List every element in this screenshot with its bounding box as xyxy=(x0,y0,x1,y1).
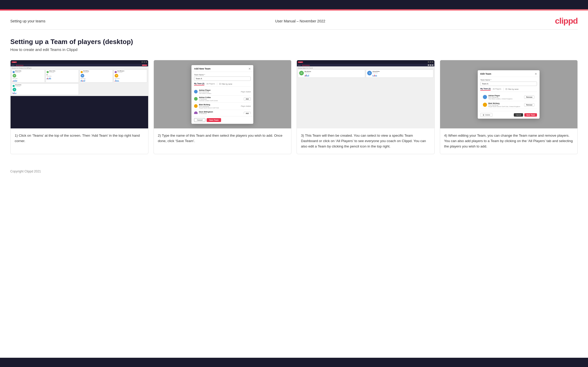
edit-player-sub2-1: The Shire London, United Kingdom xyxy=(488,98,524,100)
sc1-score-label-4: Player Quality xyxy=(115,78,146,79)
modal2-player-info-2: Adrian Coliba 1 Handicap Central London … xyxy=(199,97,243,101)
trash-icon: 🗑 xyxy=(483,114,484,116)
edit-cancel-button[interactable]: Cancel xyxy=(514,113,523,117)
modal2-header: Add New Team ✕ xyxy=(191,65,253,72)
modal2-player-name-2: Adrian Coliba xyxy=(199,97,243,98)
edit-remove-btn-1[interactable]: Remove xyxy=(524,95,534,99)
page-content: Setting up a Team of players (desktop) H… xyxy=(0,30,588,168)
modal2-cancel-button[interactable]: Cancel xyxy=(194,118,205,122)
modal2-player-sub2-3: Royal North Devon Golf Club xyxy=(199,107,241,109)
sc1-score-label-2: Player Quality xyxy=(47,76,78,77)
sc1-score-5: 72 xyxy=(13,88,16,91)
card-2-screenshot: Add New Team ✕ Team Name * Team A My Tea… xyxy=(154,60,291,128)
edit-tab-myteam[interactable]: My Team (2) xyxy=(480,88,491,91)
edit-player-name-2: Blair McHarg xyxy=(488,102,524,104)
card-2: Add New Team ✕ Team Name * Team A My Tea… xyxy=(154,60,292,154)
sc1-player-name-2: Adrian Collins xyxy=(49,71,55,72)
modal2-avatar-3 xyxy=(194,104,198,108)
sc3-player-info-1: Blair McHarg Plus Handicap xyxy=(305,71,364,76)
edit-player-sub2-2: Royal North Devon Golf Club, United King… xyxy=(488,106,524,107)
modal2-player-row-2: Adrian Coliba 1 Handicap Central London … xyxy=(194,95,251,103)
modal2-player-name-3: Blair McHarg xyxy=(199,104,241,106)
modal2-tab-allplayers[interactable]: All Players xyxy=(206,83,215,85)
sc1-players-grid: Adrian Collins Plus Handicap 84 Player Q… xyxy=(12,69,147,83)
edit-avatar-2 xyxy=(483,103,487,107)
modal2-footer: Cancel Save Team xyxy=(191,116,253,124)
sc1-nav: Home My Performance Add Team xyxy=(11,64,148,66)
edit-modal-tabs: My Team (2) All Players Filter by name xyxy=(480,88,537,92)
edit-save-button[interactable]: Save Team xyxy=(524,113,537,117)
modal2-tab-myteam[interactable]: My Team (2) xyxy=(194,83,204,85)
sc3-filter-row: Showing 2 players from: Team A xyxy=(298,67,433,69)
card-1-text: 1) Click on ‘Teams’ at the top of the sc… xyxy=(11,128,148,154)
sc3-players-grid: 94 Blair McHarg Plus Handicap xyxy=(298,69,433,78)
edit-player-row-2: Blair McHarg Plus Handicap Royal North D… xyxy=(480,101,537,109)
sc3-bars-2 xyxy=(373,74,432,76)
modal2-action-3: Player Added xyxy=(241,105,251,107)
sc3-nav-teams: My Performance xyxy=(302,64,310,66)
edit-team-name-input[interactable]: Team A xyxy=(480,82,537,86)
bottom-bar xyxy=(0,358,588,367)
edit-remove-btn-2[interactable]: Remove xyxy=(524,103,534,107)
modal2-avatar-1 xyxy=(194,90,198,93)
edit-player-info-1: Adrian Player Plus Handicap The Shire Lo… xyxy=(488,95,524,100)
sc1-player-name-3: Blair McHarg xyxy=(83,71,89,72)
modal2-player-row-4: Dave Billingham 5 Handicap The Ding Mayi… xyxy=(194,110,251,114)
sc1-score-3: 94 xyxy=(81,74,84,77)
sc3-player-info-2: Richard Butler Plus Handicap xyxy=(373,71,432,76)
card-3: clippd Home My Performance xyxy=(297,60,435,154)
sc1-player-card-3: Blair McHarg Plus Handicap 94 Player Qua… xyxy=(80,69,113,83)
edit-tab-allplayers[interactable]: All Players xyxy=(493,88,501,90)
page-title: Setting up a Team of players (desktop) xyxy=(10,38,578,46)
modal2-team-name-input[interactable]: Team A xyxy=(194,76,251,81)
modal2-save-button[interactable]: Save Team xyxy=(207,118,221,122)
sc3-player-sub-2: Plus Handicap xyxy=(373,72,432,73)
page-subtitle: How to create and edit Teams in Clippd xyxy=(10,47,578,52)
sc1-bars-1 xyxy=(13,80,44,82)
sc3-nav: Home My Performance xyxy=(297,64,434,66)
header-left-text: Setting up your teams xyxy=(10,19,45,23)
logo: clippd xyxy=(555,16,578,26)
modal2-player-sub2-2: Central London Golf Centre xyxy=(199,100,243,101)
edit-modal-close-icon[interactable]: ✕ xyxy=(535,72,537,76)
modal2-overlay: Add New Team ✕ Team Name * Team A My Tea… xyxy=(154,60,291,128)
edit-modal-title: Edit Team xyxy=(480,73,491,75)
edit-modal-header: Edit Team ✕ xyxy=(478,70,540,77)
modal2-filter-label: Filter by name xyxy=(219,83,232,85)
modal2-player-sub-4: 5 Handicap xyxy=(199,113,243,114)
sc1-score-label-3: Player Quality xyxy=(81,78,112,79)
sc3-player-card-2: 72 Richard Butler Plus Handicap xyxy=(366,69,433,78)
modal2-player-row-3: Blair McHarg Plus Handicap Royal North D… xyxy=(194,103,251,110)
sc1-player-card-2: Adrian Collins Plus Handicap 0 Player Qu… xyxy=(46,69,79,83)
edit-player-row-1: Adrian Player Plus Handicap The Shire Lo… xyxy=(480,93,537,101)
sc3-content: Showing 2 players from: Team A 94 Blair … xyxy=(297,66,434,79)
sc1-player-sub-4: Plus Handicap xyxy=(117,72,124,73)
modal2-filter-checkbox[interactable] xyxy=(219,83,221,85)
edit-filter-label: Filter by name xyxy=(506,88,518,90)
card-3-screenshot: clippd Home My Performance xyxy=(297,60,434,128)
modal2-player-info-1: Adrian Player Plus Handicap The Shire Lo… xyxy=(199,89,241,94)
sc3-player-name-2: Richard Butler xyxy=(373,71,432,72)
edit-player-info-2: Blair McHarg Plus Handicap Royal North D… xyxy=(488,102,524,107)
edit-modal-body: Team Name * Team A My Team (2) All Playe… xyxy=(478,77,540,111)
modal2-team-name-label: Team Name * xyxy=(194,74,251,76)
sc1-add-team-btn[interactable]: Add Team xyxy=(142,65,147,66)
card-2-text: 2) Type the name of this Team and then s… xyxy=(154,128,291,154)
sc1-logo: clippd xyxy=(12,62,17,63)
card-1: clippd Home My Performance Add Team xyxy=(10,60,148,154)
modal2-add-btn-2[interactable]: Add xyxy=(244,97,251,101)
edit-filter-checkbox[interactable] xyxy=(506,88,507,90)
edit-delete-button[interactable]: 🗑 Delete xyxy=(480,113,492,117)
sc1-bars-5 xyxy=(13,92,78,94)
modal2-close-icon[interactable]: ✕ xyxy=(248,67,251,71)
modal2-avatar-2 xyxy=(194,97,198,101)
sc1-score-1: 84 xyxy=(13,74,16,77)
sc1-nav-teams: My Performance xyxy=(16,64,23,66)
footer: Copyright Clippd 2021 xyxy=(0,168,588,178)
sc1-score-text-2: 0 xyxy=(47,74,78,75)
sc3-logo: clippd xyxy=(298,62,303,63)
sc1-player-sub-3: Plus Handicap xyxy=(83,72,89,73)
sc1-score-label-1: Player Quality xyxy=(13,78,44,79)
sc1-bars-2 xyxy=(47,77,78,79)
modal2-add-btn-4[interactable]: Add xyxy=(244,112,251,114)
